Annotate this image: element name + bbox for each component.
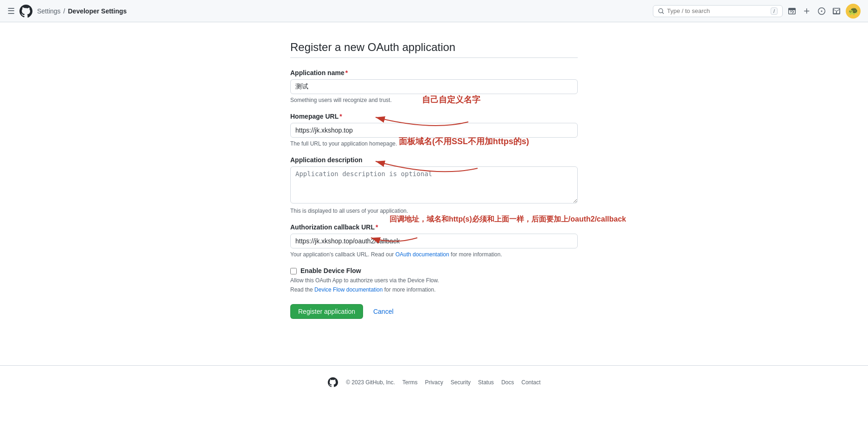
slash-kbd: / xyxy=(771,7,778,15)
avatar[interactable]: 🐢 xyxy=(846,4,861,19)
page-title: Register a new OAuth application xyxy=(290,41,578,54)
search-box[interactable]: / xyxy=(653,5,783,17)
footer-status[interactable]: Status xyxy=(478,379,494,386)
footer-contact[interactable]: Contact xyxy=(521,379,540,386)
homepage-url-input[interactable] xyxy=(290,123,578,138)
homepage-url-help: The full URL to your application homepag… xyxy=(290,140,578,147)
device-flow-docs-link[interactable]: Device Flow documentation xyxy=(314,286,383,293)
callback-url-group: Authorization callback URL* Your applica… xyxy=(290,223,578,258)
footer-privacy[interactable]: Privacy xyxy=(425,379,443,386)
inbox-button[interactable] xyxy=(831,6,842,17)
homepage-url-required: * xyxy=(339,113,342,120)
device-flow-help2: Read the Device Flow documentation for m… xyxy=(290,286,578,293)
search-input[interactable] xyxy=(667,7,767,14)
device-flow-checkbox[interactable] xyxy=(290,268,297,274)
footer-security[interactable]: Security xyxy=(451,379,471,386)
footer-copyright: © 2023 GitHub, Inc. xyxy=(346,379,395,386)
github-logo xyxy=(19,4,33,19)
cancel-link[interactable]: Cancel xyxy=(369,305,398,318)
hamburger-icon[interactable]: ☰ xyxy=(7,6,15,16)
terminal-button[interactable] xyxy=(786,6,798,17)
form-actions: Register application Cancel xyxy=(290,304,578,319)
search-icon xyxy=(658,7,664,15)
breadcrumb-separator: / xyxy=(64,7,65,15)
app-name-help: Something users will recognize and trust… xyxy=(290,97,578,103)
settings-link[interactable]: Settings xyxy=(37,7,61,15)
nav-right: / 🐢 xyxy=(653,4,861,19)
app-name-required: * xyxy=(345,69,348,76)
callback-url-help: Your application's callback URL. Read ou… xyxy=(290,251,578,258)
main-content-wrapper: Register a new OAuth application Applica… xyxy=(0,22,868,347)
breadcrumb: Settings / Developer Settings xyxy=(37,7,127,15)
plus-button[interactable] xyxy=(801,6,812,17)
footer-docs[interactable]: Docs xyxy=(501,379,514,386)
footer-terms[interactable]: Terms xyxy=(402,379,418,386)
dev-settings-label: Developer Settings xyxy=(68,7,127,15)
form-container: Register a new OAuth application Applica… xyxy=(290,41,578,319)
oauth-docs-link[interactable]: OAuth documentation xyxy=(396,251,449,258)
issues-button[interactable] xyxy=(816,6,827,17)
device-flow-label[interactable]: Enable Device Flow xyxy=(300,267,361,274)
device-flow-group: Enable Device Flow Allow this OAuth App … xyxy=(290,267,578,293)
footer: © 2023 GitHub, Inc. Terms Privacy Securi… xyxy=(0,365,868,399)
app-desc-textarea[interactable] xyxy=(290,166,578,203)
callback-url-input[interactable] xyxy=(290,234,578,248)
top-navigation: ☰ Settings / Developer Settings / xyxy=(0,0,868,22)
footer-github-logo xyxy=(327,377,338,388)
app-name-input[interactable] xyxy=(290,79,578,94)
app-name-label: Application name* xyxy=(290,69,578,76)
register-button[interactable]: Register application xyxy=(290,304,363,319)
callback-url-label: Authorization callback URL* xyxy=(290,223,578,231)
main-area: Register a new OAuth application Applica… xyxy=(137,22,731,347)
homepage-url-group: Homepage URL* The full URL to your appli… xyxy=(290,113,578,147)
device-flow-help1: Allow this OAuth App to authorize users … xyxy=(290,277,578,284)
app-name-group: Application name* Something users will r… xyxy=(290,69,578,103)
callback-url-required: * xyxy=(376,223,378,231)
app-desc-group: Application description This is displaye… xyxy=(290,156,578,214)
nav-left: ☰ Settings / Developer Settings xyxy=(7,4,647,19)
app-desc-label: Application description xyxy=(290,156,578,164)
app-desc-help: This is displayed to all users of your a… xyxy=(290,208,578,214)
page-divider xyxy=(290,57,578,58)
homepage-url-label: Homepage URL* xyxy=(290,113,578,120)
